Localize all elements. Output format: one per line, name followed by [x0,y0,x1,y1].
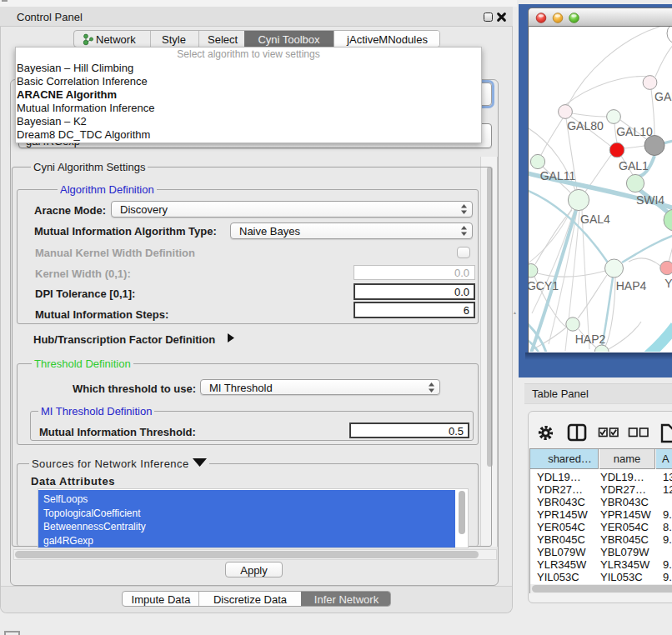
svg-text:GAL2: GAL2 [654,90,672,103]
svg-text:HAP4: HAP4 [616,279,647,292]
svg-text:HAP2: HAP2 [575,332,606,346]
svg-text:GAL11: GAL11 [540,169,576,182]
svg-text:GAL80: GAL80 [567,119,604,132]
svg-text:GAL4: GAL4 [580,212,610,226]
svg-text:GAL1: GAL1 [619,159,649,172]
svg-text:SWI4: SWI4 [636,193,664,207]
svg-text:GCY1: GCY1 [529,279,559,292]
svg-text:GAL10: GAL10 [616,125,653,138]
svg-text:Y: Y [664,277,672,290]
